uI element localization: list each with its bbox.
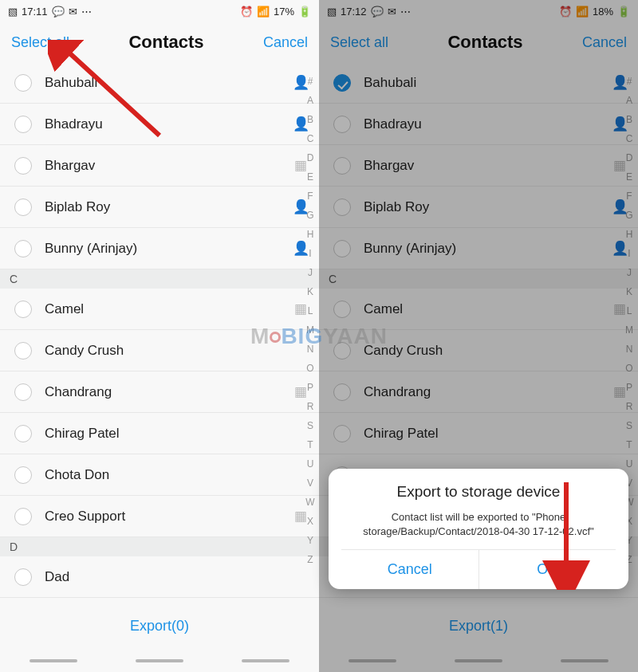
index-letter[interactable]: L (304, 301, 317, 320)
select-checkbox[interactable] (333, 74, 351, 92)
index-letter[interactable]: Y (304, 531, 317, 550)
index-letter[interactable]: G (623, 206, 636, 225)
index-letter[interactable]: F (304, 187, 317, 206)
dialog-ok-button[interactable]: OK (479, 550, 616, 589)
index-letter[interactable]: Z (304, 550, 317, 569)
select-checkbox[interactable] (14, 466, 32, 484)
select-checkbox[interactable] (333, 301, 351, 318)
contact-row[interactable]: Chota Don (0, 454, 319, 496)
index-letter[interactable]: K (304, 282, 317, 301)
select-checkbox[interactable] (14, 568, 32, 586)
index-letter[interactable]: K (623, 282, 636, 301)
contact-row[interactable]: Bunny (Arinjay)👤 (0, 228, 319, 269)
export-button[interactable]: Export(0) (0, 608, 319, 635)
index-letter[interactable]: N (623, 340, 636, 359)
contact-row[interactable]: Camel▦ (319, 289, 638, 330)
index-letter[interactable]: P (623, 378, 636, 397)
index-letter[interactable]: M (304, 320, 317, 340)
select-checkbox[interactable] (14, 198, 32, 216)
index-letter[interactable]: C (304, 129, 317, 148)
index-letter[interactable]: R (304, 397, 317, 416)
index-letter[interactable]: D (304, 148, 317, 167)
index-letter[interactable]: V (304, 474, 317, 493)
index-letter[interactable]: G (304, 206, 317, 225)
select-checkbox[interactable] (14, 342, 32, 360)
dialog-cancel-button[interactable]: Cancel (341, 550, 479, 589)
index-letter[interactable]: U (304, 454, 317, 474)
contact-row[interactable]: Bhadrayu👤 (0, 104, 319, 145)
contact-row[interactable]: Camel▦ (0, 289, 319, 330)
select-checkbox[interactable] (14, 301, 32, 318)
select-checkbox[interactable] (14, 240, 32, 257)
select-checkbox[interactable] (333, 425, 351, 442)
contact-row[interactable]: Chirag Patel (319, 413, 638, 454)
select-checkbox[interactable] (14, 116, 32, 133)
index-letter[interactable]: D (623, 148, 636, 167)
select-checkbox[interactable] (14, 157, 32, 175)
select-checkbox[interactable] (333, 240, 351, 257)
index-letter[interactable]: I (304, 244, 317, 263)
index-letter[interactable]: R (623, 397, 636, 416)
index-letter[interactable]: J (304, 263, 317, 282)
index-letter[interactable]: # (304, 72, 317, 91)
index-letter[interactable]: B (304, 110, 317, 129)
index-letter[interactable]: E (623, 167, 636, 187)
index-letter[interactable]: O (623, 359, 636, 378)
contact-row[interactable]: Chirag Patel (0, 413, 319, 454)
index-letter[interactable]: F (623, 187, 636, 206)
select-checkbox[interactable] (333, 383, 351, 401)
android-nav-bar[interactable] (0, 659, 319, 662)
index-letter[interactable]: U (623, 454, 636, 474)
index-letter[interactable]: E (304, 167, 317, 187)
contact-row[interactable]: Bhargav▦ (319, 145, 638, 187)
index-letter[interactable]: S (304, 416, 317, 435)
index-letter[interactable]: H (623, 225, 636, 244)
select-checkbox[interactable] (333, 157, 351, 175)
select-checkbox[interactable] (14, 425, 32, 442)
index-letter[interactable]: P (304, 378, 317, 397)
contact-row[interactable]: Chandrang▦ (319, 371, 638, 413)
index-letter[interactable]: I (623, 244, 636, 263)
index-letter[interactable]: N (304, 340, 317, 359)
cancel-button[interactable]: Cancel (263, 34, 308, 51)
select-checkbox[interactable] (333, 116, 351, 133)
index-letter[interactable]: C (623, 129, 636, 148)
contact-row[interactable]: Candy Crush (0, 330, 319, 371)
index-letter[interactable]: T (304, 435, 317, 454)
contact-row[interactable]: Bahubali👤 (319, 62, 638, 104)
index-letter[interactable]: B (623, 110, 636, 129)
select-checkbox[interactable] (333, 342, 351, 360)
select-checkbox[interactable] (14, 508, 32, 525)
index-letter[interactable]: A (623, 91, 636, 110)
contact-row[interactable]: Dad (0, 556, 319, 598)
index-letter[interactable]: J (623, 263, 636, 282)
select-all-button[interactable]: Select all (330, 34, 388, 51)
contact-row[interactable]: Bahubali👤 (0, 62, 319, 104)
contact-row[interactable]: Candy Crush (319, 330, 638, 371)
index-letter[interactable]: L (623, 301, 636, 320)
android-nav-bar[interactable] (319, 659, 638, 662)
index-letter[interactable]: W (304, 493, 317, 512)
contact-row[interactable]: Bunny (Arinjay)👤 (319, 228, 638, 269)
index-letter[interactable]: S (623, 416, 636, 435)
index-letter[interactable]: X (304, 512, 317, 531)
index-letter[interactable]: O (304, 359, 317, 378)
index-letter[interactable]: H (304, 225, 317, 244)
contact-row[interactable]: Bhargav▦ (0, 145, 319, 187)
contact-row[interactable]: Chandrang▦ (0, 371, 319, 413)
contact-row[interactable]: Biplab Roy👤 (0, 187, 319, 228)
contact-row[interactable]: Biplab Roy👤 (319, 187, 638, 228)
select-checkbox[interactable] (14, 74, 32, 92)
alpha-index[interactable]: #ABCDEFGHIJKLMNOPRSTUVWXYZ (304, 72, 317, 569)
select-checkbox[interactable] (333, 198, 351, 216)
cancel-button[interactable]: Cancel (582, 34, 627, 51)
contact-list[interactable]: Bahubali👤Bhadrayu👤Bhargav▦Biplab Roy👤Bun… (0, 62, 319, 598)
index-letter[interactable]: # (623, 72, 636, 91)
contact-row[interactable]: Bhadrayu👤 (319, 104, 638, 145)
select-checkbox[interactable] (14, 383, 32, 401)
contact-row[interactable]: Creo Support▦ (0, 496, 319, 537)
select-all-button[interactable]: Select all (11, 34, 69, 51)
index-letter[interactable]: A (304, 91, 317, 110)
index-letter[interactable]: M (623, 320, 636, 340)
index-letter[interactable]: T (623, 435, 636, 454)
